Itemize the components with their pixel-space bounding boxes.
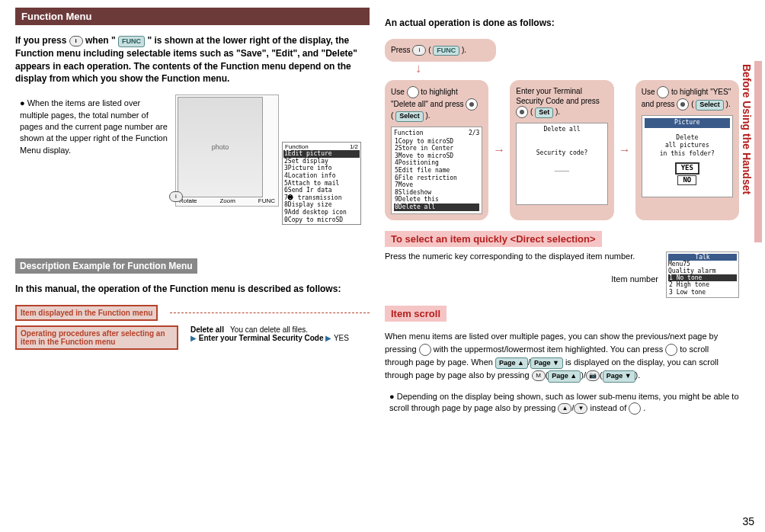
ir-key-icon-2: i xyxy=(412,45,426,56)
press-text-c: ). xyxy=(462,46,466,54)
direct-selection-heading: To select an item quickly <Direct select… xyxy=(385,231,602,247)
ds-line1: Menu75 xyxy=(668,261,737,268)
page-up-icon-2: Page ▲ xyxy=(548,370,581,383)
delete-all-line: Delete all You can delete all files. xyxy=(190,325,370,334)
function-menu-intro: If you press i when " FUNC " is shown at… xyxy=(15,34,370,85)
s1-i10: 0Delete all xyxy=(394,204,479,211)
arrow-right-icon-1: → xyxy=(493,143,505,157)
func-item-10: 0Copy to microSD xyxy=(283,216,360,224)
camera-key-icon: 📷 xyxy=(586,370,600,381)
scroll-bullet: ● Depending on the display being shown, … xyxy=(389,391,739,415)
no-button: NO xyxy=(677,175,696,186)
func-icon-2: FUNC xyxy=(433,46,459,56)
description-example-intro: In this manual, the operation of the Fun… xyxy=(15,283,370,296)
b2-l2: ( xyxy=(530,107,533,116)
s2-under: ____ xyxy=(519,165,604,172)
mock-display-panel: photo Rotate Zoom FUNC xyxy=(175,95,279,207)
left-column: Function Menu If you press i when " FUNC… xyxy=(15,8,370,415)
b3-l3: ( xyxy=(691,100,693,108)
play-icon-2: ▶ xyxy=(325,334,331,342)
scb-c: . xyxy=(643,403,645,412)
delete-all-label: Delete all xyxy=(190,325,224,334)
function-list: Function 1/2 1Edit picture 2Set display … xyxy=(282,142,361,225)
description-example-heading: Description Example for Function Menu xyxy=(15,258,197,274)
set-label: Set xyxy=(535,107,553,118)
page-down-icon-2: Page ▼ xyxy=(603,370,635,383)
page-number: 35 xyxy=(742,515,754,527)
ir-key-icon: i xyxy=(69,36,83,46)
center-key-icon xyxy=(466,98,478,111)
func-list-title: Function xyxy=(285,143,309,150)
play-icon: ▶ xyxy=(190,334,197,342)
s3-b3: in this folder? xyxy=(645,150,730,158)
ir-key-pointer-icon: i xyxy=(169,191,183,202)
center-key-icon-3 xyxy=(677,98,689,111)
press-box: Press i ( FUNC ). xyxy=(385,39,496,62)
up-key-icon: ▲ xyxy=(558,403,571,414)
arrow-down-icon: ↓ xyxy=(385,62,739,75)
s3-b1: Delete xyxy=(645,134,730,142)
step-box-2: Enter your Terminal Security Code and pr… xyxy=(510,80,613,220)
side-tab: Before Using the Handset xyxy=(739,61,762,242)
nav-key-icon xyxy=(407,86,419,98)
b2-l3: ). xyxy=(555,107,560,116)
s1-i6: 6File restriction xyxy=(394,175,479,182)
func-item-5: 5Attach to mail xyxy=(283,180,360,187)
press-text-a: Press xyxy=(391,46,412,54)
func-item-3: 3Picture info xyxy=(283,165,360,172)
s1-i2: 2Store in Center xyxy=(394,145,479,152)
center-key-icon-2 xyxy=(516,106,528,118)
right-column: An actual operation is done as follows: … xyxy=(385,8,739,415)
nav-key-icon-3 xyxy=(419,344,431,356)
item-scroll-heading: Item scroll xyxy=(385,306,447,322)
b1-l1: Use xyxy=(391,88,407,96)
s1-i5: 5Edit file name xyxy=(394,167,479,175)
b2-l1: Enter your Terminal Security Code and pr… xyxy=(516,87,600,105)
item-scroll-text: When menu items are listed over multiple… xyxy=(385,330,739,383)
direct-screen: Talk Menu75 Quality alarm 1 No tone 2 Hi… xyxy=(666,252,739,299)
s1-i1: 1Copy to microSD xyxy=(394,138,479,146)
s2-body: Security code? xyxy=(519,149,604,157)
b1-l4: ). xyxy=(425,111,430,120)
s1-i4: 4Positioning xyxy=(394,159,479,167)
photo-placeholder: photo xyxy=(178,97,263,197)
s2-title: Delete all xyxy=(519,126,604,133)
bullet-pagination: ● When the items are listed over multipl… xyxy=(20,98,168,156)
legend-operating-procedures: Operating procedures after selecting an … xyxy=(15,325,178,350)
nav-key-icon-4 xyxy=(665,344,677,356)
item-number-label: Item number xyxy=(611,274,658,284)
step-box-1: Use to highlight "Delete all" and press … xyxy=(385,80,488,220)
nav-key-icon-5 xyxy=(629,402,641,415)
delete-all-proc: ▶ Enter your Terminal Security Code ▶ YE… xyxy=(190,334,370,342)
press-text-b: ( xyxy=(428,46,431,54)
actual-operation-heading: An actual operation is done as follows: xyxy=(385,17,739,30)
func-item-7: 7🅘 transmission xyxy=(283,194,360,202)
func-item-2: 2Set display xyxy=(283,158,360,165)
legend-item-displayed: Item displayed in the Function menu xyxy=(15,305,158,321)
step-box-3: Use to highlight "YES" and press ( Selec… xyxy=(635,80,739,220)
menu-key-icon: M xyxy=(532,370,546,381)
direct-screen-bar: Talk xyxy=(668,254,737,261)
bullet-pagination-text: When the items are listed over multiple … xyxy=(20,98,168,155)
s1-i8: 8Slideshow xyxy=(394,189,479,197)
direct-selection-text: Press the numeric key corresponding to t… xyxy=(385,252,658,261)
s1-i3: 3Move to microSD xyxy=(394,152,479,160)
function-menu-heading: Function Menu xyxy=(15,8,370,25)
func-item-8: 8Display size xyxy=(283,201,360,209)
func-list-page: 1/2 xyxy=(350,143,358,150)
mini-screen-1: Function 2/3 1Copy to microSD 2Store in … xyxy=(391,127,482,213)
func-item-6: 6Send Ir data xyxy=(283,187,360,194)
intro-part1: If you press xyxy=(15,35,69,46)
delete-all-desc: You can delete all files. xyxy=(230,325,308,334)
sc-b: with the uppermost/lowermost item highli… xyxy=(434,345,666,354)
ds-item2: 2 High tone xyxy=(668,281,737,289)
nav-key-icon-2 xyxy=(657,86,669,98)
func-item-1: 1Edit picture xyxy=(283,150,360,158)
page-down-icon: Page ▼ xyxy=(530,357,563,370)
s1-i7: 7Move xyxy=(394,181,479,189)
page-up-icon: Page ▲ xyxy=(495,357,528,370)
ds-item3: 3 Low tone xyxy=(668,289,737,296)
yes-button: YES xyxy=(676,163,699,174)
disp-zoom: Zoom xyxy=(219,197,235,204)
legend-leader-1 xyxy=(170,312,370,313)
